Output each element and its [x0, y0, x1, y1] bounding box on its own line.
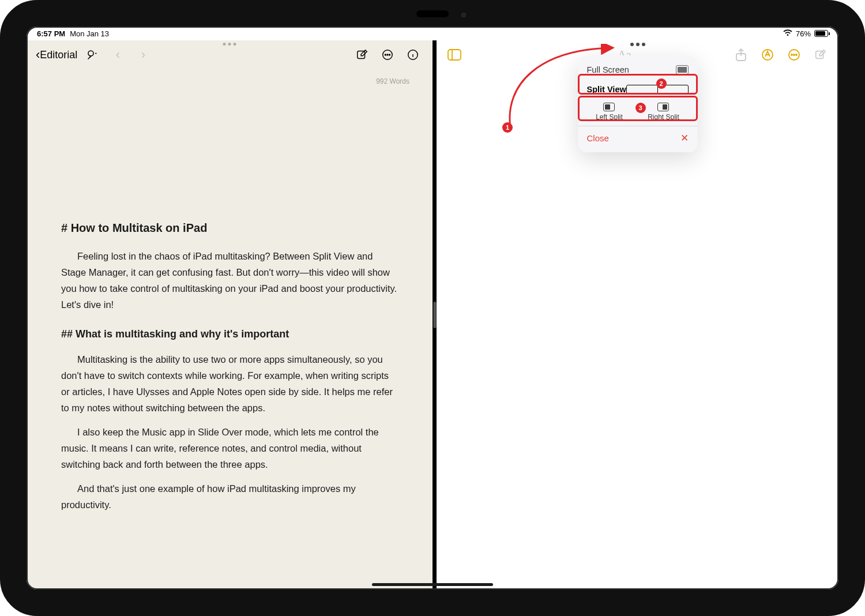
svg-point-3 — [385, 54, 386, 55]
more-ellipsis-button[interactable] — [785, 46, 803, 63]
split-divider[interactable] — [432, 40, 437, 589]
share-button[interactable] — [732, 46, 750, 63]
document-body[interactable]: # How to Multitask on iPad Feeling lost … — [27, 218, 432, 538]
left-split-option[interactable]: Left Split — [596, 103, 623, 121]
menu-label: Split View — [587, 85, 626, 94]
status-bar: 6:57 PM Mon Jan 13 76% — [27, 27, 838, 40]
annotation-step-1: 1 — [502, 122, 513, 133]
right-split-option[interactable]: Right Split — [648, 103, 679, 121]
left-split-icon — [603, 103, 615, 111]
svg-point-14 — [796, 54, 797, 55]
search-button[interactable] — [82, 44, 103, 65]
svg-point-5 — [389, 54, 390, 55]
option-label: Left Split — [596, 113, 623, 121]
full-screen-icon — [676, 65, 689, 74]
menu-close[interactable]: Close ✕ — [578, 126, 698, 149]
doc-paragraph: Multitasking is the ability to use two o… — [61, 351, 398, 416]
nav-next-button[interactable]: › — [133, 44, 153, 65]
home-indicator[interactable] — [372, 583, 493, 586]
info-button[interactable] — [403, 44, 423, 65]
annotation-step-3: 3 — [635, 103, 646, 113]
svg-point-0 — [88, 51, 93, 56]
battery-icon — [814, 30, 828, 37]
status-time: 6:57 PM — [37, 29, 65, 38]
svg-rect-7 — [448, 50, 461, 60]
svg-point-13 — [793, 54, 795, 55]
svg-point-4 — [387, 54, 388, 55]
back-label: Editorial — [40, 49, 77, 61]
chevron-left-icon: ‹ — [116, 47, 120, 62]
doc-paragraph: Feeling lost in the chaos of iPad multit… — [61, 248, 398, 313]
option-label: Right Split — [648, 113, 679, 121]
compose-button[interactable] — [352, 44, 373, 65]
doc-paragraph: And that's just one example of how iPad … — [61, 480, 398, 513]
doc-heading-1: # How to Multitask on iPad — [61, 218, 398, 238]
markup-button[interactable] — [759, 46, 776, 63]
menu-label: Full Screen — [587, 65, 629, 74]
sidebar-toggle-button[interactable] — [446, 46, 463, 63]
new-note-button[interactable] — [812, 46, 829, 63]
more-button[interactable] — [377, 44, 398, 65]
left-app-panel: ‹ Editorial ‹ › — [27, 40, 432, 589]
menu-split-view[interactable]: Split View — [578, 80, 698, 99]
svg-point-12 — [791, 54, 792, 55]
close-icon: ✕ — [680, 132, 689, 144]
wifi-icon — [783, 29, 792, 38]
multitask-dots-right[interactable] — [630, 43, 645, 46]
close-label: Close — [587, 133, 609, 143]
doc-paragraph: I also keep the Music app in Slide Over … — [61, 424, 398, 472]
word-count: 992 Words — [27, 69, 432, 85]
doc-heading-2: ## What is multitasking and why it's imp… — [61, 325, 398, 343]
back-button[interactable]: ‹ Editorial — [36, 47, 77, 62]
battery-percent: 76% — [796, 29, 811, 38]
nav-prev-button[interactable]: ‹ — [107, 44, 128, 65]
status-date: Mon Jan 13 — [70, 29, 109, 38]
right-app-panel: Aa Full Screen — [437, 40, 838, 589]
multitask-dots-left[interactable] — [223, 40, 236, 46]
chevron-right-icon: › — [141, 47, 145, 62]
annotation-step-2: 2 — [656, 78, 667, 89]
right-split-icon — [657, 103, 669, 111]
menu-full-screen[interactable]: Full Screen — [578, 60, 698, 80]
chevron-left-icon: ‹ — [36, 47, 40, 62]
